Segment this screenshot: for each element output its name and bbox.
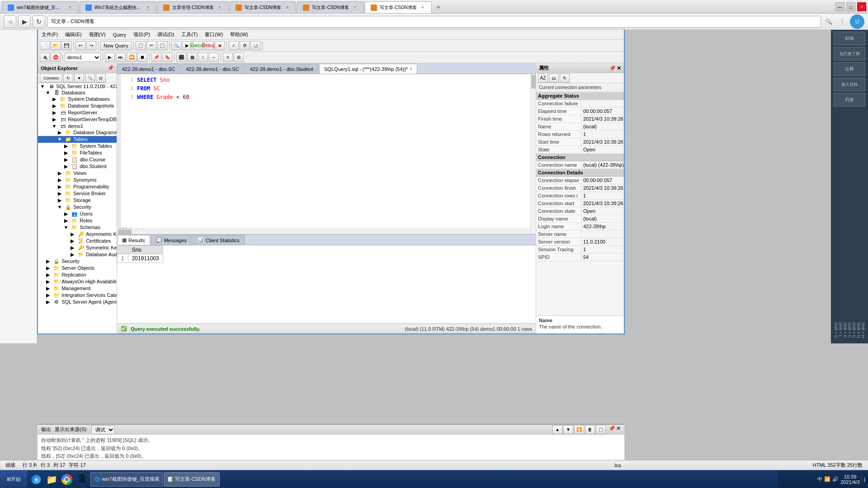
rs-btn-换[interactable]: 自己换了两 [834, 47, 865, 61]
query-tab-2[interactable]: 422-39.demo1 - dbo.Student [245, 64, 318, 74]
tree-expand-synonyms[interactable]: ▶ [56, 177, 63, 183]
tab-close-5[interactable]: × [352, 5, 358, 11]
refresh-button[interactable]: ↻ [33, 15, 45, 28]
tree-expand-security-server[interactable]: ▶ [44, 258, 52, 264]
props-close-icon[interactable]: ✕ [617, 65, 621, 71]
props-section-details[interactable]: Connection Details [536, 169, 624, 177]
scrollbar-thumb-v[interactable] [531, 75, 536, 89]
tree-expand-databases[interactable]: ▼ [44, 90, 52, 95]
taskbar-item-1[interactable]: 📝 写文章-CSDN博客 [164, 472, 220, 487]
output-source-select[interactable]: 调试 [91, 425, 115, 434]
tree-system-tables[interactable]: ▶ 📁 System Tables [38, 143, 117, 150]
tab-close-3[interactable]: × [217, 5, 223, 11]
oe-connect-btn[interactable]: Connect [40, 74, 62, 83]
tool2-btn-10[interactable]: ↔ [209, 53, 219, 62]
output-clear-btn[interactable]: 🗑 [585, 425, 595, 434]
tree-programmability[interactable]: ▶ 📁 Programmability [38, 183, 117, 190]
tree-dbo-course[interactable]: ▶ 📋 dbo.Course [38, 156, 117, 163]
props-section-aggregate[interactable]: Aggregate Status [536, 92, 624, 100]
output-up2-btn[interactable]: ⏫ [574, 425, 584, 434]
settings-icon[interactable]: ⋮ [836, 16, 848, 28]
qtab-close-3[interactable]: × [410, 66, 412, 71]
browser-tab-4[interactable]: 写文章-CSDN博客 × [230, 1, 297, 13]
execute-btn[interactable]: Execute [193, 41, 203, 50]
tree-roles[interactable]: ▶ 📁 Roles [38, 217, 117, 224]
menu-view[interactable]: 视图(V) [85, 30, 109, 39]
tool2-btn-7[interactable]: ⬛ [176, 53, 186, 62]
database-dropdown[interactable]: demo1 [65, 53, 101, 62]
tree-expand-certs[interactable]: ▶ [69, 238, 76, 244]
tree-sym-keys[interactable]: ▶ 🔑 Symmetric Keys [38, 244, 117, 251]
tool-btn-2[interactable]: ✂ [146, 41, 156, 50]
chrome-taskbar-icon[interactable] [60, 472, 74, 487]
rs-btn-comment[interactable]: 注释 [834, 62, 865, 76]
query-tab-0[interactable]: 422-39.demo1 - dbo.SC [117, 64, 180, 74]
menu-query[interactable]: Query [109, 31, 130, 38]
tool2-btn-6[interactable]: 🔖 [162, 53, 172, 62]
code-content[interactable]: 1 SELECT Sno 2 FROM SC 3 [121, 74, 536, 234]
tree-expand-prog[interactable]: ▶ [56, 184, 63, 190]
rs-btn-gantt[interactable]: 插入甘特 [834, 78, 865, 91]
tree-reportservertempdb[interactable]: ▶ 🗃 ReportServerTempDB [38, 116, 117, 123]
rs-btn-list[interactable]: 列表 [834, 93, 865, 107]
tree-expand-asymkeys[interactable]: ▶ [69, 231, 76, 237]
menu-file[interactable]: 文件(F) [38, 30, 61, 39]
taskbar-clock[interactable]: 10:39 2021/4/3 [840, 474, 860, 485]
output-up-btn[interactable]: ▲ [552, 425, 562, 434]
oe-pin-icon[interactable]: 📌 [108, 65, 114, 71]
output-copy-btn[interactable]: 📋 [596, 425, 606, 434]
tray-lang-icon[interactable]: 中 [817, 476, 822, 483]
tool2-btn-9[interactable]: ↕ [198, 53, 208, 62]
tab-close-1[interactable]: × [67, 5, 73, 11]
explorer-taskbar-icon[interactable]: 📁 [44, 472, 59, 487]
tool-btn-parse[interactable]: ✓ [229, 41, 239, 50]
tree-expand-sb[interactable]: ▶ [56, 191, 63, 197]
tree-expand-reportserver[interactable]: ▶ [51, 110, 58, 116]
tree-replication[interactable]: ▶ 📁 Replication [38, 272, 117, 278]
tree-expand-replication[interactable]: ▶ [44, 272, 52, 278]
query-tab-3[interactable]: SQLQuery1.sql - (***(422-39\hp (54))* × [319, 64, 417, 74]
tree-expand-alwayson[interactable]: ▶ [44, 279, 52, 285]
address-bar[interactable] [47, 16, 821, 28]
results-tab-results[interactable]: ▦ Results [117, 235, 150, 245]
tree-db-snapshots[interactable]: ▶ 📁 Database Snapshots [38, 103, 117, 109]
props-refresh-btn[interactable]: ↻ [560, 74, 570, 83]
tool-btn-7[interactable]: 📊 [250, 41, 260, 50]
tree-server-objects[interactable]: ▶ 📁 Server Objects [38, 265, 117, 272]
tree-expand-users[interactable]: ▶ [62, 211, 70, 217]
tree-expand-tables[interactable]: ▼ [56, 136, 63, 142]
tree-is-catalogs[interactable]: ▶ 📁 Integration Services Catalogs [38, 292, 117, 299]
back-button[interactable]: ◀ [4, 15, 16, 28]
ssms-taskbar-icon[interactable]: 🗄 [75, 472, 90, 487]
menu-tools[interactable]: 工具(T) [178, 30, 201, 39]
tool-connect[interactable]: 🔌 [40, 53, 50, 62]
output-pin-icon[interactable]: 📌 [609, 425, 615, 434]
tray-show-desktop[interactable]: | [862, 477, 864, 482]
tree-system-dbs[interactable]: ▶ 📁 System Databases [38, 96, 117, 103]
ie-taskbar-icon[interactable]: e [29, 472, 43, 487]
tool-save[interactable]: 💾 [61, 41, 71, 50]
tree-filetables[interactable]: ▶ 📁 FileTables [38, 150, 117, 156]
tree-expand-sqlagent[interactable]: ▶ [44, 299, 52, 305]
tool-new-file[interactable]: 📄 [40, 41, 50, 50]
tool2-btn-4[interactable]: ⏹ [137, 53, 147, 62]
props-cat-btn[interactable]: 🗂 [549, 74, 559, 83]
tree-asym-keys[interactable]: ▶ 🔑 Asymmetric Keys [38, 231, 117, 238]
tree-schemas[interactable]: ▼ 📁 Schemas [38, 224, 117, 231]
tree-expand-security-demo1[interactable]: ▼ [56, 204, 63, 210]
tool-btn-6[interactable]: ⚙ [240, 41, 250, 50]
minimize-btn[interactable]: — [835, 2, 844, 11]
oe-search-btn[interactable]: 🔍 [85, 74, 95, 83]
scrollbar-thumb-h[interactable] [118, 230, 132, 234]
code-editor[interactable]: 1 SELECT Sno 2 FROM SC 3 [117, 74, 536, 234]
tool2-btn-5[interactable]: 📌 [151, 53, 161, 62]
tree-db-diagrams[interactable]: ▶ 📁 Database Diagrams [38, 129, 117, 136]
tool-btn-1[interactable]: 📋 [136, 41, 146, 50]
forward-button[interactable]: ▶ [18, 15, 31, 28]
tree-expand-server[interactable]: ▼ [39, 84, 46, 89]
props-pin-icon[interactable]: 📌 [609, 65, 616, 71]
tool-disconnect[interactable]: ⛔ [51, 53, 61, 62]
tool-open[interactable]: 📂 [51, 41, 61, 50]
vertical-scrollbar[interactable] [530, 74, 536, 234]
tab-close-2[interactable]: × [146, 5, 151, 11]
